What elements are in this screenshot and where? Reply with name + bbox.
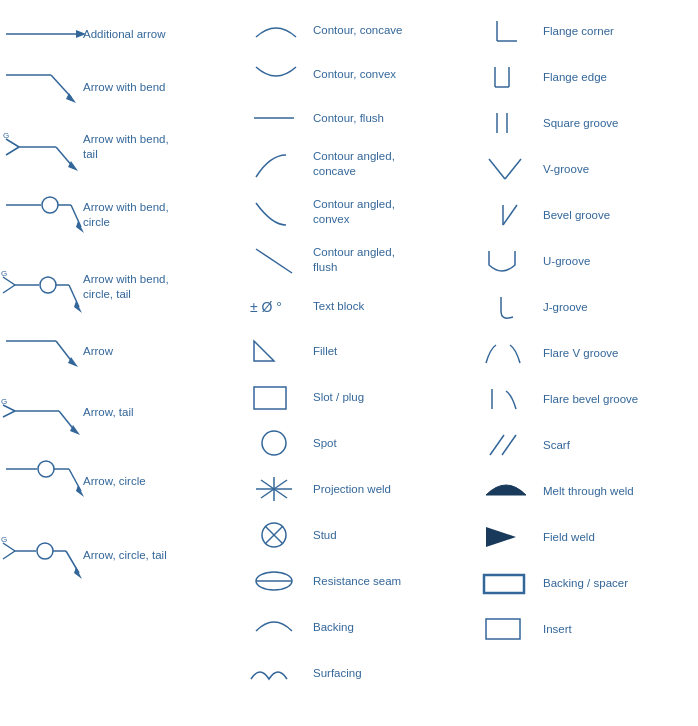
symbol-flange-corner xyxy=(468,13,543,49)
label-backing-spacer: Backing / spacer xyxy=(543,576,690,591)
label-v-groove: V-groove xyxy=(543,162,690,177)
svg-marker-45 xyxy=(74,567,82,579)
right-column: Flange corner Flange edge xyxy=(464,8,694,696)
item-field-weld: Field weld xyxy=(464,514,694,560)
svg-point-42 xyxy=(37,543,53,559)
item-arrow-circle-tail: G Arrow, circle, tail xyxy=(4,516,234,594)
label-arrow-bend-circle-tail: Arrow with bend,circle, tail xyxy=(83,272,230,302)
svg-line-22 xyxy=(69,285,79,307)
svg-point-51 xyxy=(262,431,286,455)
label-flare-bevel-groove: Flare bevel groove xyxy=(543,392,690,407)
label-slot-plug: Slot / plug xyxy=(313,390,460,405)
label-melt-through-weld: Melt through weld xyxy=(543,484,690,499)
item-flange-corner: Flange corner xyxy=(464,8,694,54)
item-additional-arrow: Additional arrow xyxy=(4,8,234,60)
label-stud: Stud xyxy=(313,528,460,543)
svg-marker-4 xyxy=(66,93,76,103)
label-u-groove: U-groove xyxy=(543,254,690,269)
svg-point-34 xyxy=(38,461,54,477)
symbol-resistance-seam xyxy=(238,563,313,599)
label-contour-angled-convex: Contour angled,convex xyxy=(313,197,460,227)
svg-marker-49 xyxy=(254,341,274,361)
symbol-arrow-circle xyxy=(8,451,83,511)
symbol-contour-angled-flush xyxy=(238,241,313,279)
item-text-block: ± Ø ° Text block xyxy=(234,284,464,328)
svg-text:G: G xyxy=(1,397,7,406)
item-contour-angled-flush: Contour angled,flush xyxy=(234,236,464,284)
label-flange-corner: Flange corner xyxy=(543,24,690,39)
item-arrow-tail: G Arrow, tail xyxy=(4,378,234,446)
symbol-u-groove xyxy=(468,243,543,279)
svg-line-6 xyxy=(6,147,19,155)
svg-line-39 xyxy=(3,551,15,559)
symbol-arrow-circle-tail: G xyxy=(8,521,83,589)
item-projection-weld: Projection weld xyxy=(234,466,464,512)
item-slot-plug: Slot / plug xyxy=(234,374,464,420)
label-square-groove: Square groove xyxy=(543,116,690,131)
svg-line-5 xyxy=(6,139,19,147)
item-arrow-circle: Arrow, circle xyxy=(4,446,234,516)
item-flare-v-groove: Flare V groove xyxy=(464,330,694,376)
symbol-additional-arrow xyxy=(8,24,83,44)
item-fillet: Fillet xyxy=(234,328,464,374)
label-arrow: Arrow xyxy=(83,344,230,359)
item-arrow-bend-circle-tail: G Arrow with bend,circle, tail xyxy=(4,250,234,324)
item-scarf: Scarf xyxy=(464,422,694,468)
label-arrow-bend: Arrow with bend xyxy=(83,80,230,95)
item-contour-convex: Contour, convex xyxy=(234,52,464,96)
svg-point-20 xyxy=(40,277,56,293)
item-contour-flush: Contour, flush xyxy=(234,96,464,140)
label-resistance-seam: Resistance seam xyxy=(313,574,460,589)
label-surfacing: Surfacing xyxy=(313,666,460,681)
item-backing: Backing xyxy=(234,604,464,650)
main-container: Additional arrow Arrow with bend G xyxy=(0,0,698,704)
symbol-backing-spacer xyxy=(468,565,543,601)
svg-line-38 xyxy=(3,543,15,551)
item-arrow-bend: Arrow with bend xyxy=(4,60,234,114)
item-spot: Spot xyxy=(234,420,464,466)
label-backing: Backing xyxy=(313,620,460,635)
label-j-groove: J-groove xyxy=(543,300,690,315)
label-contour-angled-concave: Contour angled,concave xyxy=(313,149,460,179)
label-arrow-tail: Arrow, tail xyxy=(83,405,230,420)
symbol-j-groove xyxy=(468,289,543,325)
symbol-contour-angled-concave xyxy=(238,145,313,183)
symbol-slot-plug xyxy=(238,379,313,415)
item-arrow-bend-circle: Arrow with bend,circle xyxy=(4,180,234,250)
symbol-v-groove xyxy=(468,151,543,187)
symbol-arrow xyxy=(8,329,83,373)
label-field-weld: Field weld xyxy=(543,530,690,545)
symbol-projection-weld xyxy=(238,471,313,507)
label-contour-flush: Contour, flush xyxy=(313,111,460,126)
label-contour-convex: Contour, convex xyxy=(313,67,460,82)
symbol-contour-angled-convex xyxy=(238,193,313,231)
symbol-flare-v-groove xyxy=(468,335,543,371)
label-arrow-circle-tail: Arrow, circle, tail xyxy=(83,548,230,563)
item-square-groove: Square groove xyxy=(464,100,694,146)
svg-line-74 xyxy=(490,435,504,455)
mid-column: Contour, concave Contour, convex Contour… xyxy=(234,8,464,696)
item-bevel-groove: Bevel groove xyxy=(464,192,694,238)
item-arrow: Arrow xyxy=(4,324,234,378)
symbol-melt-through-weld xyxy=(468,473,543,509)
label-flare-v-groove: Flare V groove xyxy=(543,346,690,361)
symbol-arrow-bend-tail: G xyxy=(8,119,83,175)
svg-rect-50 xyxy=(254,387,286,409)
label-bevel-groove: Bevel groove xyxy=(543,208,690,223)
svg-rect-77 xyxy=(484,575,524,593)
svg-line-14 xyxy=(71,205,81,227)
symbol-contour-convex xyxy=(238,59,313,89)
label-text-block: Text block xyxy=(313,299,460,314)
label-additional-arrow: Additional arrow xyxy=(83,27,230,42)
item-resistance-seam: Resistance seam xyxy=(234,558,464,604)
svg-text:± Ø °: ± Ø ° xyxy=(250,299,282,315)
item-stud: Stud xyxy=(234,512,464,558)
label-arrow-bend-circle: Arrow with bend,circle xyxy=(83,200,230,230)
item-flange-edge: Flange edge xyxy=(464,54,694,100)
svg-line-47 xyxy=(256,249,292,273)
symbol-flange-edge xyxy=(468,59,543,95)
item-u-groove: U-groove xyxy=(464,238,694,284)
symbol-spot xyxy=(238,425,313,461)
symbol-stud xyxy=(238,517,313,553)
svg-line-16 xyxy=(3,277,15,285)
